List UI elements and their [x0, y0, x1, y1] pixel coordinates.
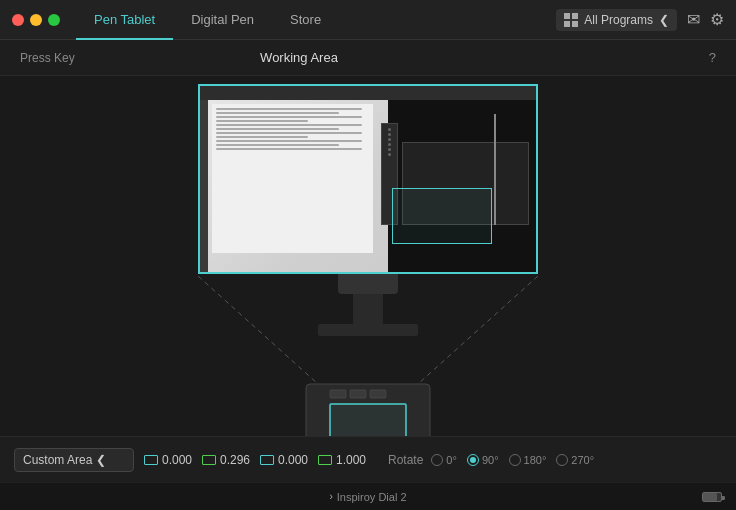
monitor-stand-top: [338, 274, 398, 294]
tab-digital-pen[interactable]: Digital Pen: [173, 0, 272, 40]
coord-value-3: 1.000: [336, 453, 368, 467]
screen-selection: [392, 188, 493, 244]
radio-circle-270: [556, 454, 568, 466]
doc-line: [216, 128, 339, 130]
coord-item-3: 1.000: [318, 453, 368, 467]
doc-line: [216, 108, 362, 110]
screen-sidebar: [200, 100, 208, 272]
programs-label: All Programs: [584, 13, 653, 27]
radio-label-180: 180°: [524, 454, 547, 466]
screen-content: [200, 86, 536, 272]
coord-icon-cyan-0: [144, 455, 158, 465]
tab-pen-tablet[interactable]: Pen Tablet: [76, 0, 173, 40]
battery-icon: [702, 492, 722, 502]
coord-group: 0.000 0.296 0.000 1.000: [144, 453, 368, 467]
footer-bar: › Inspiroy Dial 2: [0, 482, 736, 510]
doc-line: [216, 144, 339, 146]
panel-dot: [388, 143, 391, 146]
radio-0deg[interactable]: 0°: [431, 454, 457, 466]
doc-line: [216, 112, 339, 114]
coord-value-0: 0.000: [162, 453, 194, 467]
radio-circle-180: [509, 454, 521, 466]
doc-line: [216, 116, 362, 118]
mail-icon[interactable]: ✉: [687, 10, 700, 29]
coord-value-1: 0.296: [220, 453, 252, 467]
working-area-title: Working Area: [260, 50, 338, 65]
monitor-screen: [198, 84, 538, 274]
doc-line: [216, 140, 362, 142]
nav-tabs: Pen Tablet Digital Pen Store: [76, 0, 339, 40]
svg-rect-5: [370, 390, 386, 398]
radio-label-270: 270°: [571, 454, 594, 466]
radio-270deg[interactable]: 270°: [556, 454, 594, 466]
traffic-lights: [12, 14, 60, 26]
programs-selector[interactable]: All Programs ❮: [556, 9, 677, 31]
svg-rect-6: [330, 404, 406, 439]
coord-item-0: 0.000: [144, 453, 194, 467]
grid-icon: [564, 13, 578, 27]
panel-dot: [388, 153, 391, 156]
rotate-group: Rotate 0° 90° 180° 270°: [388, 453, 594, 467]
coord-icon-cyan-2: [260, 455, 274, 465]
close-button[interactable]: [12, 14, 24, 26]
doc-line: [216, 124, 362, 126]
radio-label-90: 90°: [482, 454, 499, 466]
panel-dot: [388, 133, 391, 136]
panel-dot: [388, 148, 391, 151]
radio-90deg[interactable]: 90°: [467, 454, 499, 466]
top-bar: Pen Tablet Digital Pen Store All Program…: [0, 0, 736, 40]
monitor-stand-neck: [353, 294, 383, 324]
doc-line: [216, 120, 308, 122]
main-content: [0, 76, 736, 456]
monitor-illustration: [198, 84, 538, 336]
radio-180deg[interactable]: 180°: [509, 454, 547, 466]
coord-icon-green-3: [318, 455, 332, 465]
top-right-controls: All Programs ❮ ✉ ⚙: [556, 9, 724, 31]
doc-line: [216, 132, 362, 134]
coord-value-2: 0.000: [278, 453, 310, 467]
chevron-left-icon: ❮: [659, 13, 669, 27]
radio-label-0: 0°: [446, 454, 457, 466]
battery-fill: [703, 493, 717, 501]
minimize-button[interactable]: [30, 14, 42, 26]
bottom-bar: Custom Area ❮ 0.000 0.296 0.000 1.000 Ro…: [0, 436, 736, 482]
footer-device-label: Inspiroy Dial 2: [337, 491, 407, 503]
maximize-button[interactable]: [48, 14, 60, 26]
screen-toolbar: [200, 86, 536, 100]
radio-circle-0: [431, 454, 443, 466]
footer-battery: [702, 492, 722, 502]
monitor-stand-base: [318, 324, 418, 336]
doc-lines: [212, 104, 373, 156]
doc-line: [216, 136, 308, 138]
help-icon[interactable]: ?: [709, 50, 716, 65]
area-selector-label: Custom Area: [23, 453, 92, 467]
sub-header: Press Key Working Area ?: [0, 40, 736, 76]
coord-item-2: 0.000: [260, 453, 310, 467]
radio-circle-90: [467, 454, 479, 466]
tab-store[interactable]: Store: [272, 0, 339, 40]
screen-document: [212, 104, 373, 253]
coord-item-1: 0.296: [202, 453, 252, 467]
rotate-label: Rotate: [388, 453, 423, 467]
svg-rect-2: [306, 384, 430, 444]
radio-group: 0° 90° 180° 270°: [431, 454, 594, 466]
footer-chevron-icon: ›: [329, 491, 332, 502]
area-chevron-icon: ❮: [96, 453, 106, 467]
panel-dot: [388, 138, 391, 141]
press-key-label: Press Key: [20, 51, 75, 65]
svg-rect-3: [330, 390, 346, 398]
coord-icon-green-1: [202, 455, 216, 465]
panel-dot: [388, 128, 391, 131]
doc-line: [216, 148, 362, 150]
screen-cursor: [494, 114, 496, 226]
svg-rect-4: [350, 390, 366, 398]
area-selector[interactable]: Custom Area ❮: [14, 448, 134, 472]
gear-icon[interactable]: ⚙: [710, 10, 724, 29]
